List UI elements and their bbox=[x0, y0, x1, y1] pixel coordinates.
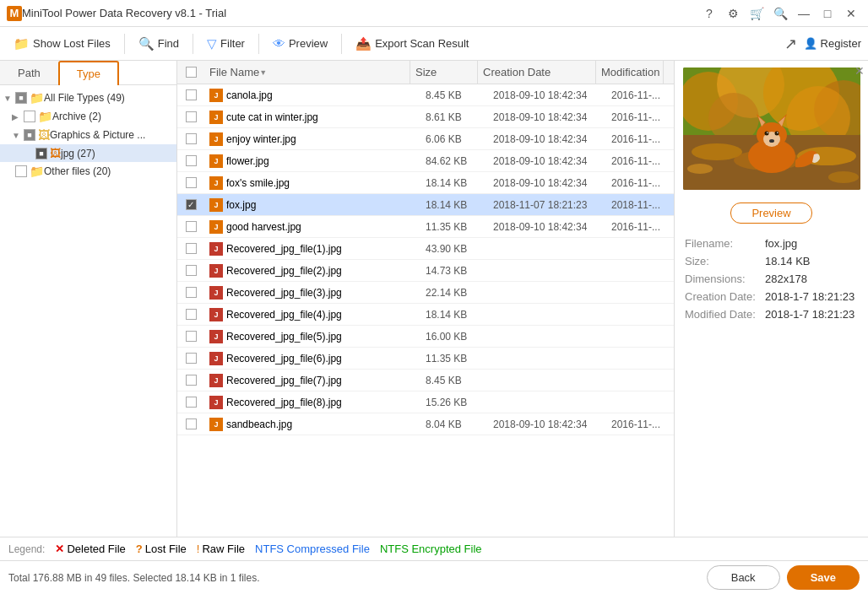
close-btn[interactable]: ✕ bbox=[841, 3, 861, 24]
help-icon[interactable]: ? bbox=[699, 3, 719, 24]
tree-checkbox-all[interactable]: ■ bbox=[15, 92, 27, 104]
row-checkbox-cell[interactable] bbox=[177, 133, 204, 144]
save-button[interactable]: Save bbox=[787, 565, 860, 590]
tree-item-archive[interactable]: ▶ 📁 Archive (2) bbox=[0, 107, 176, 126]
tree-checkbox-jpg[interactable]: ■ bbox=[35, 148, 47, 159]
header-checkbox[interactable] bbox=[186, 67, 197, 78]
info-row-size: Size: 18.14 KB bbox=[685, 255, 858, 267]
table-row[interactable]: J Recovered_jpg_file(1).jpg 43.90 KB bbox=[177, 238, 674, 260]
file-date-cell: 2018-09-10 18:42:34 bbox=[488, 133, 606, 145]
shop-icon[interactable]: 🛒 bbox=[746, 3, 767, 24]
table-row[interactable]: J enjoy winter.jpg 6.06 KB 2018-09-10 18… bbox=[177, 128, 674, 150]
info-row-dimensions: Dimensions: 282x178 bbox=[685, 273, 858, 285]
row-checkbox-cell[interactable] bbox=[177, 89, 204, 100]
tree-checkbox-archive[interactable] bbox=[24, 111, 35, 122]
row-checkbox[interactable] bbox=[186, 111, 197, 122]
back-button[interactable]: Back bbox=[707, 565, 780, 590]
file-type-icon: J bbox=[209, 396, 223, 409]
row-checkbox[interactable] bbox=[186, 155, 197, 166]
row-checkbox[interactable] bbox=[186, 221, 197, 232]
col-header-size[interactable]: Size bbox=[410, 61, 478, 84]
row-checkbox-cell[interactable] bbox=[177, 418, 204, 429]
row-checkbox-cell[interactable] bbox=[177, 309, 204, 320]
col-header-name[interactable]: File Name bbox=[204, 61, 410, 84]
tree-checkbox-other[interactable] bbox=[15, 165, 27, 177]
row-checkbox-cell[interactable] bbox=[177, 287, 204, 298]
export-scan-button[interactable]: 📤 Export Scan Result bbox=[349, 33, 475, 55]
file-name-cell: J fox's smile.jpg bbox=[204, 176, 420, 190]
table-row[interactable]: ✓ J fox.jpg 18.14 KB 2018-11-07 18:21:23… bbox=[177, 194, 674, 216]
table-row[interactable]: J flower.jpg 84.62 KB 2018-09-10 18:42:3… bbox=[177, 150, 674, 172]
file-type-icon: J bbox=[209, 418, 223, 431]
table-row[interactable]: J fox's smile.jpg 18.14 KB 2018-09-10 18… bbox=[177, 172, 674, 194]
tree-toggle-all[interactable]: ▼ bbox=[3, 94, 15, 103]
tree-item-graphics[interactable]: ▼ ■ 🖼 Graphics & Picture ... bbox=[0, 126, 176, 144]
row-checkbox[interactable] bbox=[186, 133, 197, 144]
creation-label: Creation Date: bbox=[685, 290, 765, 303]
row-checkbox-cell[interactable] bbox=[177, 397, 204, 408]
table-row[interactable]: J Recovered_jpg_file(3).jpg 22.14 KB bbox=[177, 282, 674, 304]
row-checkbox-cell[interactable] bbox=[177, 111, 204, 122]
table-row[interactable]: J Recovered_jpg_file(6).jpg 11.35 KB bbox=[177, 348, 674, 370]
col-header-date[interactable]: Creation Date bbox=[478, 61, 596, 84]
settings-icon[interactable]: ⚙ bbox=[723, 3, 743, 24]
row-checkbox-cell[interactable] bbox=[177, 353, 204, 364]
row-checkbox[interactable] bbox=[186, 177, 197, 188]
toolbar: 📁 Show Lost Files 🔍 Find ▽ Filter 👁 Prev… bbox=[0, 27, 868, 61]
row-checkbox-cell[interactable] bbox=[177, 177, 204, 188]
table-row[interactable]: J canola.jpg 8.45 KB 2018-09-10 18:42:34… bbox=[177, 84, 674, 106]
filter-button[interactable]: ▽ Filter bbox=[200, 33, 252, 55]
row-checkbox[interactable] bbox=[186, 89, 197, 100]
tree-item-all[interactable]: ▼ ■ 📁 All File Types (49) bbox=[0, 89, 176, 107]
row-checkbox[interactable] bbox=[186, 418, 197, 429]
tabs: Path Type bbox=[0, 61, 176, 85]
tree-item-other[interactable]: ▶ 📁 Other files (20) bbox=[0, 162, 176, 181]
row-checkbox[interactable] bbox=[186, 287, 197, 298]
row-checkbox-cell[interactable] bbox=[177, 375, 204, 386]
row-checkbox-cell[interactable]: ✓ bbox=[177, 199, 204, 210]
row-checkbox-cell[interactable] bbox=[177, 155, 204, 166]
table-row[interactable]: J sandbeach.jpg 8.04 KB 2018-09-10 18:42… bbox=[177, 413, 674, 435]
row-checkbox[interactable] bbox=[186, 309, 197, 320]
show-lost-files-button[interactable]: 📁 Show Lost Files bbox=[7, 33, 117, 55]
row-checkbox[interactable]: ✓ bbox=[186, 199, 197, 210]
table-row[interactable]: J good harvest.jpg 11.35 KB 2018-09-10 1… bbox=[177, 216, 674, 238]
tree-checkbox-graphics[interactable]: ■ bbox=[24, 129, 35, 141]
table-row[interactable]: J Recovered_jpg_file(8).jpg 15.26 KB bbox=[177, 392, 674, 413]
close-panel-icon[interactable]: ✕ bbox=[854, 64, 865, 78]
row-checkbox-cell[interactable] bbox=[177, 265, 204, 276]
select-all-checkbox[interactable] bbox=[177, 67, 204, 78]
row-checkbox-cell[interactable] bbox=[177, 221, 204, 232]
tree-toggle-graphics[interactable]: ▼ bbox=[12, 131, 24, 140]
row-checkbox[interactable] bbox=[186, 397, 197, 408]
preview-toolbar-button[interactable]: 👁 Preview bbox=[266, 33, 334, 54]
row-checkbox-cell[interactable] bbox=[177, 243, 204, 254]
tree-toggle-archive[interactable]: ▶ bbox=[12, 112, 24, 122]
col-header-mod[interactable]: Modification bbox=[596, 61, 664, 84]
minimize-btn[interactable]: — bbox=[794, 3, 814, 24]
file-size-cell: 18.14 KB bbox=[420, 177, 488, 189]
register-button[interactable]: 👤 Register bbox=[804, 37, 861, 50]
row-checkbox-cell[interactable] bbox=[177, 331, 204, 342]
row-checkbox[interactable] bbox=[186, 331, 197, 342]
row-checkbox[interactable] bbox=[186, 265, 197, 276]
row-checkbox[interactable] bbox=[186, 375, 197, 386]
toolbar-separator-3 bbox=[258, 34, 259, 54]
table-row[interactable]: J Recovered_jpg_file(4).jpg 18.14 KB bbox=[177, 304, 674, 326]
table-row[interactable]: J Recovered_jpg_file(7).jpg 8.45 KB bbox=[177, 370, 674, 392]
table-row[interactable]: J Recovered_jpg_file(2).jpg 14.73 KB bbox=[177, 260, 674, 282]
maximize-btn[interactable]: □ bbox=[817, 3, 838, 24]
table-row[interactable]: J Recovered_jpg_file(5).jpg 16.00 KB bbox=[177, 326, 674, 348]
table-row[interactable]: J cute cat in winter.jpg 8.61 KB 2018-09… bbox=[177, 106, 674, 128]
search-icon[interactable]: 🔍 bbox=[770, 3, 790, 24]
row-checkbox[interactable] bbox=[186, 243, 197, 254]
preview-button[interactable]: Preview bbox=[730, 202, 811, 224]
tree-item-jpg[interactable]: ▶ ■ 🖼 jpg (27) bbox=[0, 144, 176, 162]
file-name-text: flower.jpg bbox=[226, 155, 269, 167]
tab-type[interactable]: Type bbox=[58, 61, 119, 85]
find-button[interactable]: 🔍 Find bbox=[132, 33, 186, 55]
dimensions-label: Dimensions: bbox=[685, 273, 765, 285]
tab-path[interactable]: Path bbox=[0, 61, 58, 84]
share-icon[interactable]: ↗ bbox=[784, 35, 797, 53]
row-checkbox[interactable] bbox=[186, 353, 197, 364]
